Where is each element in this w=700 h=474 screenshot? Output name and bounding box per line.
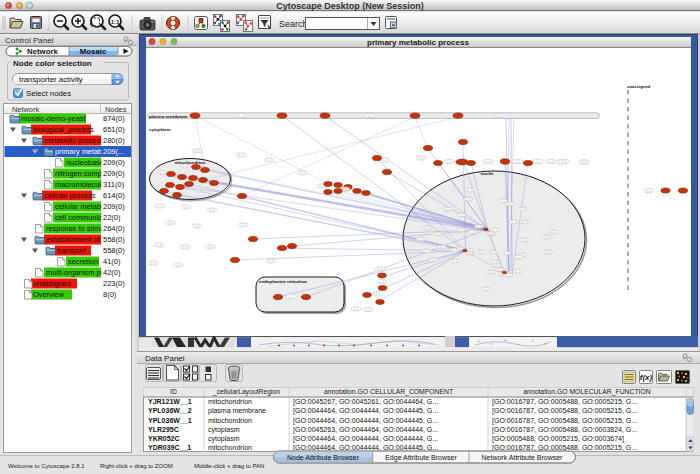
svg-text:(...): (...): [552, 230, 557, 234]
svg-text:Edge Attribute Browser: Edge Attribute Browser: [385, 454, 457, 462]
svg-text:f(x): f(x): [640, 373, 653, 382]
svg-text:(...): (...): [453, 248, 458, 252]
svg-text:Node Attribute Browser: Node Attribute Browser: [287, 454, 360, 461]
svg-text:[GO:0045263, GO:0044464, GO:00: [GO:0045263, GO:0044464, GO:0044444, G..…: [293, 426, 438, 434]
svg-text:(...): (...): [376, 292, 381, 296]
svg-text:(...): (...): [489, 232, 494, 236]
svg-text:(...): (...): [544, 235, 549, 239]
svg-text:(...): (...): [647, 189, 652, 193]
svg-text:annotation.GO MOLECULAR_FUNCTI: annotation.GO MOLECULAR_FUNCTION: [523, 388, 650, 396]
svg-text:(...): (...): [379, 280, 384, 284]
svg-text:(...): (...): [491, 250, 496, 254]
svg-text:(...): (...): [203, 184, 208, 188]
svg-text:(...): (...): [239, 153, 244, 157]
svg-text:(...): (...): [506, 273, 511, 277]
svg-text:(...): (...): [383, 158, 388, 162]
svg-text:(...): (...): [489, 270, 494, 274]
svg-text:(...): (...): [549, 160, 554, 164]
svg-text:(...): (...): [470, 230, 475, 234]
svg-text:[GO:0044464, GO:0044444, GO:00: [GO:0044464, GO:0044444, GO:0044445, G..…: [293, 407, 438, 415]
svg-text:(...): (...): [151, 261, 156, 265]
svg-text:(...): (...): [354, 307, 359, 311]
svg-text:mosaic-demo-yeast: mosaic-demo-yeast: [21, 114, 85, 123]
svg-text:(...): (...): [366, 308, 371, 312]
svg-text:mitochondrion: mitochondrion: [208, 398, 252, 405]
svg-text:endoplasmic reticulum: endoplasmic reticulum: [259, 279, 307, 284]
svg-text:(...): (...): [523, 238, 528, 242]
svg-text:(...): (...): [320, 184, 325, 188]
svg-text:YPL036W__1: YPL036W__1: [148, 417, 192, 424]
svg-text:[GO:0016787, GO:0005488, GO:00: [GO:0016787, GO:0005488, GO:0005215, G..…: [492, 407, 637, 415]
svg-text:41(0): 41(0): [103, 257, 121, 266]
svg-text:(...): (...): [477, 225, 482, 229]
svg-text:280(0): 280(0): [103, 136, 125, 145]
svg-text:(...): (...): [425, 226, 430, 230]
svg-text:Network Attribute Browser: Network Attribute Browser: [482, 454, 564, 461]
svg-text:YLR295C: YLR295C: [148, 426, 179, 433]
svg-text:209(0): 209(0): [103, 158, 125, 167]
svg-text:(...): (...): [208, 245, 213, 249]
svg-text:primary metabo: primary metabo: [55, 147, 106, 156]
svg-text:(...): (...): [239, 114, 244, 118]
svg-text:(...): (...): [447, 160, 452, 164]
svg-text:614(0): 614(0): [103, 191, 125, 200]
svg-text:(...): (...): [158, 204, 163, 208]
svg-text:cellular process: cellular process: [44, 191, 96, 200]
svg-text:unassigned: unassigned: [627, 84, 651, 89]
svg-text:mitochondrion: mitochondrion: [208, 417, 252, 424]
svg-text:(...): (...): [440, 245, 445, 249]
svg-text:(...): (...): [446, 207, 451, 211]
svg-text:[GO:0016787, GO:0005488, GO:00: [GO:0016787, GO:0005488, GO:0005215, G..…: [492, 417, 637, 425]
svg-text:(...): (...): [199, 192, 204, 196]
svg-text:(...): (...): [493, 260, 498, 264]
svg-text:(...): (...): [459, 213, 464, 217]
svg-text:(...): (...): [184, 205, 189, 209]
svg-text:unassigned: unassigned: [33, 279, 71, 288]
svg-text:(...): (...): [546, 250, 551, 254]
svg-text:209(...: 209(...: [103, 147, 124, 156]
svg-text:(...): (...): [210, 208, 215, 212]
svg-text:311(0): 311(0): [103, 180, 125, 189]
svg-text:multi-organism pre: multi-organism pre: [46, 268, 107, 277]
svg-text:[GO:0045267, GO:0045261, GO:00: [GO:0045267, GO:0045261, GO:0044464, G..…: [293, 398, 438, 406]
svg-text:cytoplasm: cytoplasm: [208, 435, 240, 443]
svg-text:(...): (...): [523, 220, 528, 224]
svg-text:response to stimul: response to stimul: [46, 224, 106, 233]
svg-text:(...): (...): [516, 269, 521, 273]
svg-text:558(0): 558(0): [103, 235, 125, 244]
svg-text:nuclei: nuclei: [481, 171, 494, 176]
svg-text:primary metabolic process: primary metabolic process: [367, 38, 469, 47]
svg-text:(...): (...): [183, 245, 188, 249]
svg-text:(...): (...): [501, 199, 506, 203]
svg-text:[GO:0016787, GO:0005488, GO:00: [GO:0016787, GO:0005488, GO:0005215, G..…: [492, 398, 637, 406]
svg-text:YKR052C: YKR052C: [148, 435, 180, 442]
svg-text:(...): (...): [484, 287, 489, 291]
svg-text:(...): (...): [168, 221, 173, 225]
svg-text:(...): (...): [520, 207, 525, 211]
svg-text:42(0): 42(0): [103, 268, 121, 277]
svg-text:(...): (...): [504, 251, 509, 255]
svg-text:(...): (...): [536, 160, 541, 164]
svg-text:(...): (...): [378, 267, 383, 271]
svg-text:(...): (...): [241, 223, 246, 227]
svg-text:(...): (...): [493, 228, 498, 232]
svg-text:(...): (...): [512, 220, 517, 224]
svg-text:[GO:0044464, GO:0044444, GO:00: [GO:0044464, GO:0044444, GO:0044444, G..…: [293, 435, 438, 443]
svg-text:(...): (...): [195, 224, 200, 228]
svg-text:(...): (...): [498, 268, 503, 272]
svg-text:558(0): 558(0): [103, 246, 125, 255]
svg-text:264(0): 264(0): [103, 224, 125, 233]
svg-text:(...): (...): [269, 259, 274, 263]
svg-text:209(0): 209(0): [103, 202, 125, 211]
svg-text:ID: ID: [170, 388, 177, 395]
svg-text:(...): (...): [480, 250, 485, 254]
svg-text:(...): (...): [301, 171, 306, 175]
svg-text:8(0): 8(0): [103, 290, 117, 299]
svg-text:(...): (...): [183, 164, 188, 168]
svg-text:(...): (...): [486, 160, 491, 164]
svg-text:(...): (...): [497, 114, 502, 118]
svg-text:874(0): 874(0): [103, 114, 125, 123]
svg-text:(...): (...): [368, 114, 373, 118]
svg-text:secretion: secretion: [68, 257, 98, 266]
svg-text:651(0): 651(0): [103, 125, 125, 134]
